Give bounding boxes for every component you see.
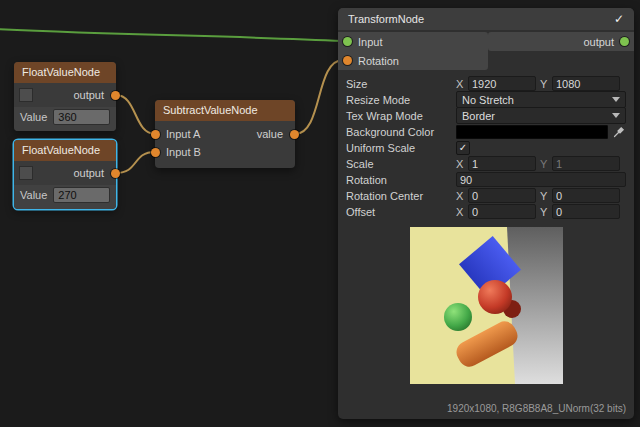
float-node-2-value-row: Value [14, 185, 116, 209]
uniform-scale-control: ✓ [456, 141, 626, 155]
uniform-scale-label: Uniform Scale [346, 142, 456, 154]
input-ports-box: Input Rotation [338, 32, 488, 70]
background-color-swatch[interactable] [456, 125, 608, 139]
offset-x-label: X [456, 206, 464, 218]
size-x-input[interactable] [468, 76, 536, 91]
transform-node[interactable]: TransformNode ✓ Input Rotation output Si… [338, 8, 634, 419]
background-color-row: Background Color [346, 124, 626, 139]
float-node-2-output-row: output [14, 161, 116, 185]
rotation-label: Rotation [346, 174, 456, 186]
size-control: X Y [456, 76, 626, 91]
node-graph-editor: { "graph": { "float_node_1": { "title": … [0, 0, 640, 427]
value-output-port-dot[interactable] [290, 130, 299, 139]
rotation-center-row: Rotation Center X Y [346, 188, 626, 203]
size-y-label: Y [540, 78, 548, 90]
wire-subtract-to-transform-rotation[interactable] [295, 60, 343, 134]
input-port-row: Input [338, 32, 488, 51]
node-enabled-checkbox[interactable]: ✓ [614, 12, 624, 26]
output-port-box: output [488, 32, 634, 51]
eyedropper-icon[interactable] [612, 125, 626, 138]
background-color-label: Background Color [346, 126, 456, 138]
wire-offscreen-to-transform-input[interactable] [0, 29, 343, 41]
input-a-label: Input A [166, 128, 200, 140]
uniform-scale-checkbox[interactable]: ✓ [456, 141, 470, 155]
chevron-down-icon [612, 97, 620, 102]
float-value-node-2[interactable]: FloatValueNode output Value [14, 140, 116, 209]
output-port-dot[interactable] [111, 169, 120, 178]
offset-y-input[interactable] [552, 204, 620, 219]
resize-mode-label: Resize Mode [346, 94, 456, 106]
rotation-input[interactable] [456, 172, 626, 187]
output-port-label: output [73, 167, 104, 179]
scale-y-input [552, 156, 620, 171]
rotation-port-row: Rotation [338, 51, 488, 70]
float-value-node-1[interactable]: FloatValueNode output Value [14, 62, 116, 131]
rotation-center-y-input[interactable] [552, 188, 620, 203]
scale-x-label: X [456, 158, 464, 170]
subtract-node-header[interactable]: SubtractValueNode [155, 100, 295, 121]
input-b-port-dot[interactable] [151, 148, 160, 157]
transform-properties: Size X Y Resize Mode No Stretch Tex Wrap… [338, 70, 634, 219]
output-port-label: output [73, 89, 104, 101]
size-y-input[interactable] [552, 76, 620, 91]
rotation-center-x-input[interactable] [468, 188, 536, 203]
offset-row: Offset X Y [346, 204, 626, 219]
scale-label: Scale [346, 158, 456, 170]
background-color-control [456, 125, 626, 139]
input-port-dot[interactable] [343, 37, 352, 46]
offset-x-input[interactable] [468, 204, 536, 219]
texture-preview [410, 227, 563, 384]
size-x-label: X [456, 78, 464, 90]
value-label: Value [20, 111, 47, 123]
uniform-scale-row: Uniform Scale ✓ [346, 140, 626, 155]
value-label: Value [20, 189, 47, 201]
scale-y-label: Y [540, 158, 548, 170]
preview-toggle-box[interactable] [19, 166, 33, 180]
value-output-label: value [257, 128, 283, 140]
offset-label: Offset [346, 206, 456, 218]
resize-mode-row: Resize Mode No Stretch [346, 92, 626, 107]
float-value-input[interactable] [53, 187, 110, 203]
float-value-input[interactable] [53, 109, 110, 125]
rotation-center-label: Rotation Center [346, 190, 456, 202]
resize-mode-dropdown[interactable]: No Stretch [456, 91, 626, 108]
output-port-label: output [583, 36, 614, 48]
subtract-row-b: Input B [155, 143, 295, 161]
preview-image [410, 227, 563, 384]
tex-wrap-mode-control: Border [456, 107, 626, 124]
transform-ports-section: Input Rotation output [338, 30, 634, 70]
float-node-2-header[interactable]: FloatValueNode [14, 140, 116, 161]
output-port-dot[interactable] [620, 37, 629, 46]
input-port-label: Input [358, 36, 382, 48]
rotation-center-control: X Y [456, 188, 626, 203]
subtract-row-a: Input A value [155, 125, 295, 143]
tex-wrap-mode-value: Border [462, 110, 612, 122]
input-b-label: Input B [166, 146, 201, 158]
wire-float1-to-subtract-input-a[interactable] [116, 95, 155, 134]
rotation-port-dot[interactable] [343, 56, 352, 65]
resize-mode-control: No Stretch [456, 91, 626, 108]
transform-node-header[interactable]: TransformNode ✓ [338, 8, 634, 30]
rotation-center-x-label: X [456, 190, 464, 202]
resize-mode-value: No Stretch [462, 94, 612, 106]
offset-y-label: Y [540, 206, 548, 218]
float-node-1-value-row: Value [14, 107, 116, 131]
size-label: Size [346, 78, 456, 90]
offset-control: X Y [456, 204, 626, 219]
rotation-control [456, 172, 626, 187]
wire-float2-to-subtract-input-b[interactable] [116, 152, 155, 173]
rotation-row: Rotation [346, 172, 626, 187]
input-a-port-dot[interactable] [151, 130, 160, 139]
tex-wrap-mode-dropdown[interactable]: Border [456, 107, 626, 124]
preview-toggle-box[interactable] [19, 88, 33, 102]
transform-node-title: TransformNode [348, 13, 614, 25]
texture-format-caption: 1920x1080, R8G8B8A8_UNorm(32 bits) [447, 403, 626, 414]
tex-wrap-mode-row: Tex Wrap Mode Border [346, 108, 626, 123]
size-row: Size X Y [346, 76, 626, 91]
subtract-value-node[interactable]: SubtractValueNode Input A value Input B [155, 100, 295, 168]
chevron-down-icon [612, 113, 620, 118]
float-node-1-header[interactable]: FloatValueNode [14, 62, 116, 83]
rotation-port-label: Rotation [358, 55, 399, 67]
output-port-dot[interactable] [111, 91, 120, 100]
scale-x-input[interactable] [468, 156, 536, 171]
